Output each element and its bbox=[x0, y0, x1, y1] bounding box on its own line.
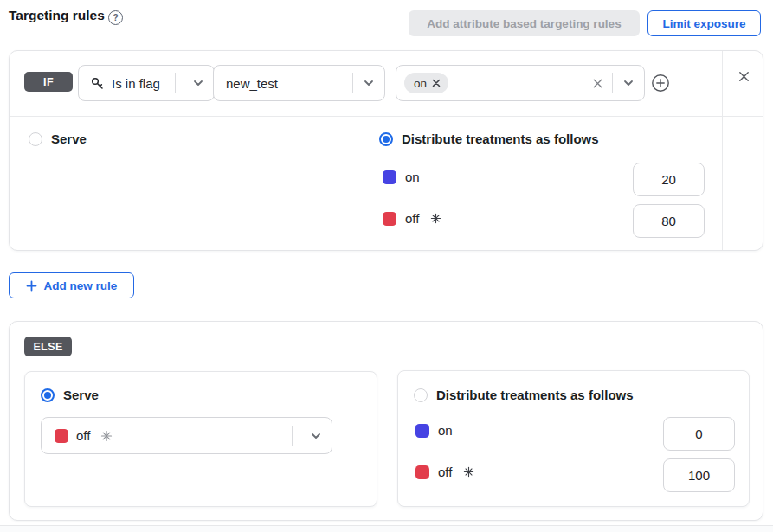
help-icon[interactable]: ? bbox=[108, 10, 123, 25]
plus-icon bbox=[26, 280, 37, 292]
serve-label: Serve bbox=[51, 131, 87, 146]
clear-selection-icon[interactable] bbox=[586, 77, 609, 90]
distribute-option: Distribute treatments as follows bbox=[414, 388, 634, 402]
treatment-off-swatch bbox=[415, 465, 429, 479]
treatment-row-on: on bbox=[415, 423, 453, 438]
distribute-radio[interactable] bbox=[414, 388, 428, 402]
add-new-rule-label: Add new rule bbox=[44, 279, 118, 292]
chevron-down-icon bbox=[353, 77, 384, 89]
treatment-multiselect[interactable]: on bbox=[396, 65, 645, 101]
percent-input-on[interactable] bbox=[663, 417, 735, 451]
distribute-label: Distribute treatments as follows bbox=[402, 131, 599, 146]
page-title: Targeting rules bbox=[9, 8, 105, 23]
divider bbox=[175, 73, 176, 93]
else-serve-panel: Serve off bbox=[24, 371, 377, 507]
treatment-name: on bbox=[438, 423, 453, 438]
chevron-down-icon bbox=[300, 430, 332, 442]
distribute-label: Distribute treatments as follows bbox=[436, 388, 634, 402]
divider bbox=[292, 426, 293, 446]
else-rule-card: ELSE Serve off bbox=[9, 321, 763, 521]
treatment-name: off bbox=[438, 465, 452, 479]
default-treatment-icon bbox=[463, 466, 474, 478]
divider bbox=[10, 116, 763, 117]
percent-input-on[interactable] bbox=[633, 163, 705, 196]
default-treatment-icon bbox=[100, 430, 113, 442]
treatment-row-off: off bbox=[383, 211, 441, 226]
add-attribute-rules-button[interactable]: Add attribute based targeting rules bbox=[409, 10, 640, 36]
delete-rule-icon[interactable] bbox=[736, 68, 751, 84]
flag-dropdown-value: new_test bbox=[226, 76, 278, 91]
else-badge: ELSE bbox=[24, 337, 72, 356]
serve-option: Serve bbox=[29, 131, 87, 146]
add-new-rule-button[interactable]: Add new rule bbox=[9, 272, 134, 298]
treatment-row-on: on bbox=[383, 170, 420, 184]
if-rule-card: IF Is in flag new_test bbox=[9, 50, 763, 251]
flag-dropdown[interactable]: new_test bbox=[213, 65, 385, 101]
else-distribute-panel: Distribute treatments as follows on off bbox=[397, 370, 750, 507]
treatment-off-swatch bbox=[383, 212, 396, 226]
default-treatment-icon bbox=[430, 213, 441, 224]
serve-option: Serve bbox=[41, 388, 99, 402]
serve-label: Serve bbox=[63, 388, 99, 402]
remove-tag-icon[interactable] bbox=[432, 79, 441, 87]
treatment-on-swatch bbox=[415, 424, 429, 438]
targeting-rules-page: Targeting rules ? Add attribute based ta… bbox=[0, 0, 773, 532]
selected-treatment-tag: on bbox=[404, 73, 448, 93]
treatment-row-off: off bbox=[415, 465, 474, 479]
treatment-name: off bbox=[405, 211, 419, 226]
if-badge: IF bbox=[24, 72, 73, 92]
treatment-off-swatch bbox=[55, 429, 68, 443]
matcher-dropdown[interactable]: Is in flag bbox=[78, 65, 215, 101]
chevron-down-icon bbox=[183, 77, 214, 89]
flag-key-icon bbox=[90, 76, 105, 91]
divider bbox=[722, 51, 723, 250]
serve-radio[interactable] bbox=[29, 132, 42, 146]
distribute-radio[interactable] bbox=[379, 132, 393, 146]
distribute-option: Distribute treatments as follows bbox=[379, 131, 599, 146]
percent-input-off[interactable] bbox=[663, 458, 735, 492]
percent-input-off[interactable] bbox=[633, 204, 705, 238]
limit-exposure-button[interactable]: Limit exposure bbox=[647, 10, 761, 36]
selected-treatment-label: on bbox=[414, 77, 427, 90]
page-bottom-divider bbox=[0, 525, 773, 532]
treatment-on-swatch bbox=[383, 170, 396, 184]
serve-radio[interactable] bbox=[41, 388, 55, 402]
treatment-name: on bbox=[405, 170, 420, 184]
chevron-down-icon bbox=[613, 77, 644, 89]
serve-treatment-dropdown[interactable]: off bbox=[41, 417, 332, 454]
add-condition-icon[interactable] bbox=[651, 74, 670, 93]
matcher-dropdown-value: Is in flag bbox=[112, 76, 160, 91]
treatment-name: off bbox=[76, 428, 90, 443]
